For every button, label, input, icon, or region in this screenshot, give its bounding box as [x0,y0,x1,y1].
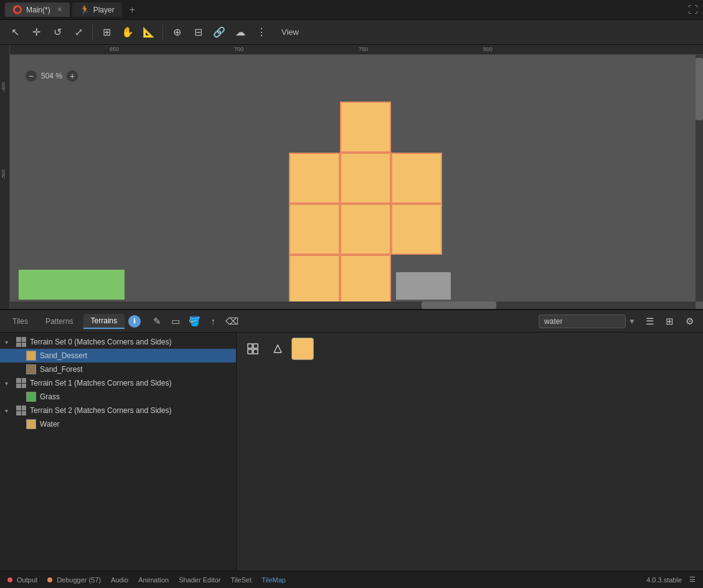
water-label: Water [40,420,60,429]
terrain-set-2-label: Terrain Set 2 (Matches Corners and Sides… [30,406,171,415]
ruler-tick-800: 800 [483,46,493,52]
terrain-water[interactable]: Water [0,417,236,431]
expand-set-1-icon: ▾ [5,380,12,387]
ruler-horizontal: 650 700 750 800 [10,45,703,55]
status-right: 4.0.3.stable ☰ [646,576,696,584]
status-tilemap[interactable]: TileMap [262,576,286,584]
tab-player[interactable]: 🏃 Player [72,2,122,17]
fullscreen-button[interactable]: ⛶ [688,4,698,16]
search-input[interactable] [539,315,626,328]
tab-terrains[interactable]: Terrains [83,314,125,329]
color-swatch[interactable] [291,338,314,360]
zoom-in-button[interactable]: + [66,70,78,82]
info-button[interactable]: ℹ [128,315,141,328]
grid-paint-button[interactable] [242,338,264,360]
svg-rect-0 [248,344,252,348]
zoom-out-button[interactable]: − [25,70,37,82]
tile-top [340,102,391,153]
connect-button[interactable] [267,338,289,360]
tab-patterns[interactable]: Patterns [38,315,81,328]
svg-rect-2 [248,349,252,354]
paint-bucket-button[interactable]: 🪣 [186,313,203,330]
grid-button[interactable]: ⊟ [188,22,208,42]
scale-tool-button[interactable]: ⤢ [68,22,88,42]
anchor-button[interactable]: ⊕ [167,22,187,42]
list-view-button[interactable]: ☰ [641,313,658,330]
sand-dessert-label: Sand_Dessert [40,351,87,360]
canvas-area[interactable]: − 504 % + [10,55,703,309]
status-tileset[interactable]: TileSet [230,576,252,584]
select-tool-button[interactable]: ↖ [5,22,25,42]
tile-bot2-left [289,255,340,306]
tile-mid-right [391,153,442,204]
grid-view-button[interactable]: ⊞ [661,313,678,330]
terrain-sand-forest[interactable]: Sand_Forest [0,363,236,376]
tab-main[interactable]: ⭕ Main(*) ✕ [5,2,70,17]
panel-tools: ✎ ▭ 🪣 ↑ ⌫ [148,313,240,330]
pan-button[interactable]: ✋ [118,22,138,42]
move-tool-button[interactable]: ✛ [26,22,46,42]
ruler-vertical: -400 -500 [0,45,10,309]
filter-button[interactable]: ⚙ [681,313,698,330]
tab-main-icon: ⭕ [12,5,22,14]
connect-icon [271,343,284,355]
tile-bot-left [289,204,340,255]
search-dropdown-button[interactable]: ▼ [626,317,638,326]
expand-set-0-icon: ▾ [5,339,12,346]
sand-forest-label: Sand_Forest [40,365,83,374]
terrain-set-2[interactable]: ▾ Terrain Set 2 (Matches Corners and Sid… [0,404,236,417]
add-tab-button[interactable]: + [125,3,140,17]
green-rectangle [19,270,125,300]
status-settings-icon[interactable]: ☰ [689,576,696,584]
snap-button[interactable]: 🔗 [209,22,229,42]
grid-paint-icon [247,343,259,355]
search-container: ▼ [539,315,638,328]
terrain-set-0[interactable]: ▾ Terrain Set 0 (Matches Corners and Sid… [0,335,236,349]
tab-main-close[interactable]: ✕ [57,6,62,14]
rect-tool-button[interactable]: ▭ [167,313,184,330]
terrain-sand-dessert[interactable]: Sand_Dessert [0,349,236,363]
eraser-button[interactable]: ⌫ [223,313,240,330]
tab-player-icon: 🏃 [80,5,90,14]
tile-bot-center-right [391,204,442,255]
status-audio[interactable]: Audio [111,576,128,584]
ruler-tick-v-400: -400 [1,82,6,92]
status-animation[interactable]: Animation [138,576,169,584]
rotate-tool-button[interactable]: ↺ [47,22,67,42]
scrollbar-horizontal-thumb[interactable] [422,301,496,309]
title-bar: ⭕ Main(*) ✕ 🏃 Player + ⛶ [0,0,703,20]
more-button[interactable]: ⋮ [252,22,271,42]
scrollbar-vertical-thumb[interactable] [696,58,703,120]
smart-snap-button[interactable]: ⊞ [97,22,116,42]
svg-rect-1 [253,344,258,348]
pencil-tool-button[interactable]: ✎ [148,313,166,330]
panel-tabs: Tiles Patterns Terrains ℹ ✎ ▭ 🪣 ↑ ⌫ ▼ ☰ … [0,310,703,333]
debugger-indicator [47,577,52,582]
water-color-icon [26,419,36,429]
output-indicator [7,577,12,582]
bottom-panel: Tiles Patterns Terrains ℹ ✎ ▭ 🪣 ↑ ⌫ ▼ ☰ … [0,309,703,571]
cloud-button[interactable]: ☁ [230,22,250,42]
editor-area: 650 700 750 800 -400 -500 − 504 % + [0,45,703,309]
gray-rectangle [396,272,451,300]
title-bar-right: ⛶ [688,4,698,16]
terrain-set-1[interactable]: ▾ Terrain Set 1 (Matches Corners and Sid… [0,376,236,390]
ruler-button[interactable]: 📐 [139,22,159,42]
status-output[interactable]: Output [7,576,37,584]
scrollbar-horizontal[interactable] [10,301,696,309]
grass-color-icon [26,392,36,402]
tab-tiles[interactable]: Tiles [5,315,35,328]
status-debugger[interactable]: Debugger (57) [47,576,101,584]
grass-label: Grass [40,392,60,401]
terrain-grass[interactable]: Grass [0,390,236,404]
toolbar-sep-1 [92,25,93,40]
status-shader-editor[interactable]: Shader Editor [179,576,220,584]
sand-forest-color-icon [26,364,36,374]
pick-tile-button[interactable]: ↑ [204,313,222,330]
scrollbar-vertical[interactable] [696,55,703,301]
view-button[interactable]: View [275,25,305,39]
terrain-set-0-label: Terrain Set 0 (Matches Corners and Sides… [30,338,171,346]
tile-bot-center-left [340,204,391,255]
ruler-tick-v-500: -500 [1,169,6,179]
toolbar-sep-2 [163,25,163,40]
